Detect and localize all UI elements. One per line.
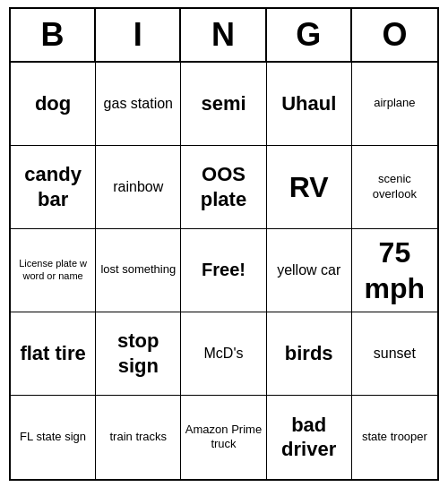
bingo-header: BINGO xyxy=(11,9,437,63)
bingo-cell: RV xyxy=(267,146,352,229)
bingo-cell: FL state sign xyxy=(11,396,96,479)
bingo-cell: stop sign xyxy=(96,312,181,396)
header-letter: N xyxy=(181,9,266,61)
bingo-cell: scenic overlook xyxy=(352,146,437,229)
bingo-cell: lost something xyxy=(96,229,181,312)
header-letter: B xyxy=(11,9,96,61)
bingo-card: BINGO doggas stationsemiUhaulairplanecan… xyxy=(9,7,439,481)
bingo-cell: Uhaul xyxy=(267,63,352,146)
bingo-cell: yellow car xyxy=(267,229,352,312)
bingo-cell: gas station xyxy=(96,63,181,146)
bingo-cell: Amazon Prime truck xyxy=(181,396,266,479)
bingo-cell: train tracks xyxy=(96,396,181,479)
bingo-cell: airplane xyxy=(352,63,437,146)
bingo-cell: License plate w word or name xyxy=(11,229,96,312)
header-letter: I xyxy=(96,9,181,61)
bingo-cell: McD's xyxy=(181,312,266,396)
bingo-cell: bad driver xyxy=(267,396,352,479)
header-letter: O xyxy=(352,9,437,61)
bingo-cell: Free! xyxy=(181,229,266,312)
bingo-cell: semi xyxy=(181,63,266,146)
header-letter: G xyxy=(267,9,352,61)
bingo-cell: candy bar xyxy=(11,146,96,229)
bingo-cell: rainbow xyxy=(96,146,181,229)
bingo-cell: birds xyxy=(267,312,352,396)
bingo-cell: state trooper xyxy=(352,396,437,479)
bingo-cell: dog xyxy=(11,63,96,146)
bingo-cell: OOS plate xyxy=(181,146,266,229)
bingo-cell: 75 mph xyxy=(352,229,437,312)
bingo-cell: flat tire xyxy=(11,312,96,396)
bingo-cell: sunset xyxy=(352,312,437,396)
bingo-grid: doggas stationsemiUhaulairplanecandy bar… xyxy=(11,63,437,479)
